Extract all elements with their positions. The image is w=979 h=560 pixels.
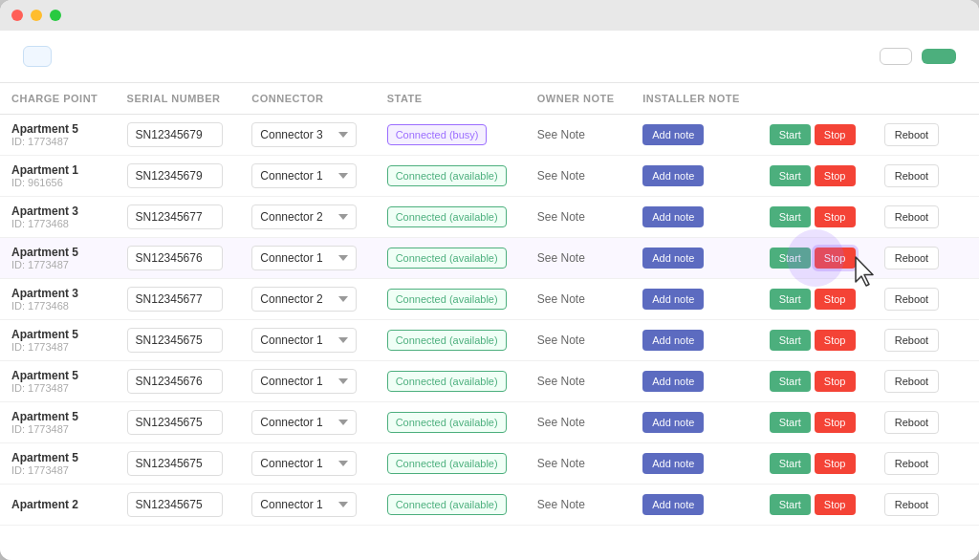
stop-button[interactable]: Stop <box>815 453 856 474</box>
charge-point-cell: Apartment 5 ID: 1773487 <box>0 361 116 402</box>
job-description-button[interactable] <box>880 48 912 65</box>
see-note-link[interactable]: See Note <box>537 292 585 306</box>
add-note-button[interactable]: Add note <box>642 206 704 227</box>
minimize-button[interactable] <box>31 10 42 21</box>
serial-cell <box>116 115 241 156</box>
stop-button[interactable]: Stop <box>815 289 856 310</box>
start-button[interactable]: Start <box>770 371 811 392</box>
connector-select[interactable]: Connector 1 Connector 2 Connector 3 Conn… <box>251 451 357 476</box>
connector-select[interactable]: Connector 1 Connector 2 Connector 3 Conn… <box>251 369 357 394</box>
reboot-button[interactable]: Reboot <box>884 411 939 434</box>
start-button[interactable]: Start <box>770 124 811 145</box>
add-note-button[interactable]: Add note <box>642 494 704 515</box>
connector-select[interactable]: Connector 1 Connector 2 Connector 3 Conn… <box>251 205 357 229</box>
see-note-link[interactable]: See Note <box>537 498 585 511</box>
see-note-link[interactable]: See Note <box>537 128 585 141</box>
see-note-link[interactable]: See Note <box>537 210 585 224</box>
serial-input[interactable] <box>127 205 223 229</box>
start-button[interactable]: Start <box>770 248 811 269</box>
stop-button[interactable]: Stop <box>815 124 856 145</box>
add-note-button[interactable]: Add note <box>642 453 704 474</box>
stop-button[interactable]: Stop <box>815 371 856 392</box>
stop-button[interactable]: Stop <box>815 330 856 351</box>
status-badge: Connected (available) <box>387 453 507 474</box>
stop-button[interactable]: Stop <box>815 494 856 515</box>
connector-select[interactable]: Connector 1 Connector 2 Connector 3 Conn… <box>251 122 357 147</box>
reboot-button[interactable]: Reboot <box>884 247 939 269</box>
see-note-link[interactable]: See Note <box>537 334 585 347</box>
add-note-button[interactable]: Add note <box>642 412 704 433</box>
serial-input[interactable] <box>127 369 223 394</box>
serial-input[interactable] <box>127 122 223 147</box>
stop-button[interactable]: Stop <box>815 248 856 269</box>
connector-select[interactable]: Connector 1 Connector 2 Connector 3 Conn… <box>251 287 357 312</box>
start-button[interactable]: Start <box>770 330 811 351</box>
serial-input[interactable] <box>127 492 223 517</box>
serial-input[interactable] <box>127 410 223 435</box>
serial-input[interactable] <box>127 287 223 312</box>
state-cell: Connected (available) <box>376 197 526 238</box>
add-note-button[interactable]: Add note <box>642 248 704 269</box>
reboot-cell: Reboot <box>873 238 955 279</box>
table-row: Apartment 1 ID: 961656 Connector 1 Conne… <box>0 156 979 197</box>
reboot-button[interactable]: Reboot <box>884 288 939 311</box>
reboot-cell: Reboot <box>873 320 955 361</box>
see-note-link[interactable]: See Note <box>537 457 585 470</box>
table-header-row: Charge Point Serial Number Connector Sta… <box>0 83 979 115</box>
add-note-button[interactable]: Add note <box>642 165 704 186</box>
reboot-button[interactable]: Reboot <box>884 493 939 516</box>
start-button[interactable]: Start <box>770 494 811 515</box>
serial-cell <box>116 443 241 485</box>
action-buttons: Start Stop <box>770 330 861 351</box>
stop-button[interactable]: Stop <box>815 412 856 433</box>
table-row: Apartment 2 Connector 1 Connector 2 Conn… <box>0 485 979 526</box>
reboot-button[interactable]: Reboot <box>884 452 939 475</box>
serial-input[interactable] <box>127 246 223 270</box>
action-buttons: Start Stop <box>770 453 861 474</box>
serial-input[interactable] <box>127 328 223 353</box>
add-note-button[interactable]: Add note <box>642 124 704 145</box>
close-button[interactable] <box>11 10 23 21</box>
connector-select[interactable]: Connector 1 Connector 2 Connector 3 Conn… <box>251 492 357 517</box>
status-badge: Connected (available) <box>387 371 507 392</box>
start-button[interactable]: Start <box>770 289 811 310</box>
add-note-button[interactable]: Add note <box>642 371 704 392</box>
mark-complete-button[interactable] <box>922 49 956 64</box>
connector-select[interactable]: Connector 1 Connector 2 Connector 3 Conn… <box>251 246 357 270</box>
serial-cell <box>116 197 241 238</box>
start-button[interactable]: Start <box>770 165 811 186</box>
stop-button[interactable]: Stop <box>815 206 856 227</box>
reboot-cell: Reboot <box>873 197 955 238</box>
connector-select[interactable]: Connector 1 Connector 2 Connector 3 Conn… <box>251 328 357 353</box>
reboot-cell: Reboot <box>873 279 955 320</box>
reboot-button[interactable]: Reboot <box>884 205 939 228</box>
start-button[interactable]: Start <box>770 206 811 227</box>
see-note-link[interactable]: See Note <box>537 169 585 183</box>
serial-input[interactable] <box>127 163 223 188</box>
see-note-link[interactable]: See Note <box>537 375 585 388</box>
connector-select[interactable]: Connector 1 Connector 2 Connector 3 Conn… <box>251 163 357 188</box>
table-row: Apartment 3 ID: 1773468 Connector 1 Conn… <box>0 279 979 320</box>
reboot-button[interactable]: Reboot <box>884 164 939 187</box>
col-owner-note: Owner Note <box>526 83 631 115</box>
see-note-link[interactable]: See Note <box>537 416 585 429</box>
see-note-link[interactable]: See Note <box>537 251 585 265</box>
start-button[interactable]: Start <box>770 412 811 433</box>
reboot-cell: Reboot <box>873 402 955 443</box>
charge-point-cell: Apartment 5 ID: 1773487 <box>0 443 116 485</box>
reboot-button[interactable]: Reboot <box>884 123 939 146</box>
reboot-button[interactable]: Reboot <box>884 329 939 352</box>
add-note-button[interactable]: Add note <box>642 330 704 351</box>
connector-select[interactable]: Connector 1 Connector 2 Connector 3 Conn… <box>251 410 357 435</box>
stop-button[interactable]: Stop <box>815 165 856 186</box>
table-row: Apartment 5 ID: 1773487 Connector 1 Conn… <box>0 361 979 402</box>
add-note-button[interactable]: Add note <box>642 289 704 310</box>
info-box <box>23 46 52 67</box>
maximize-button[interactable] <box>50 10 61 21</box>
state-cell: Connected (available) <box>376 156 526 197</box>
serial-input[interactable] <box>127 451 223 476</box>
start-button[interactable]: Start <box>770 453 811 474</box>
reboot-button[interactable]: Reboot <box>884 370 939 393</box>
charge-point-name: Apartment 5 <box>11 451 104 464</box>
charge-point-id: ID: 1773468 <box>11 218 104 229</box>
